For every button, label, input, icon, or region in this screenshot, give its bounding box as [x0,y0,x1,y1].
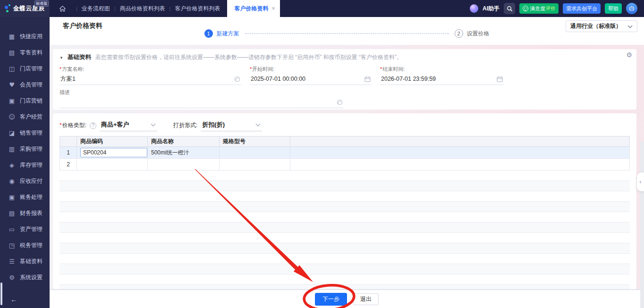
tab-1[interactable]: 商品价格资料列表 [120,5,165,12]
sidebar-item-accounting[interactable]: ▣账务处理 [0,189,50,205]
sidebar-item-member-mgmt[interactable]: ♥会员管理 [0,77,50,93]
sidebar-item-finance-reports[interactable]: ▤财务报表 [0,205,50,221]
product-code-input[interactable] [80,148,147,157]
step-1-label: 新建方案 [217,30,239,38]
edition-badge: 标准版 [34,0,49,7]
sidebar-collapse-arrow[interactable]: ← [10,295,17,303]
discount-form-control: 打折形式: 折扣(折) [173,120,262,131]
sidebar-item-label: 应收应付 [20,177,42,185]
sidebar-item-tax-mgmt[interactable]: ◳税务管理 [0,237,50,253]
user-avatar[interactable] [626,3,637,14]
sidebar-item-label: 系统设置 [20,274,42,282]
vertical-scrollbar[interactable] [640,142,644,308]
help-icon[interactable]: ? [90,122,96,129]
home-tab[interactable] [50,0,72,17]
topbar: 金蝶云星辰 标准版 |业务流程图|商品价格资料列表|客户价格资料列表 客户价格资… [0,0,644,17]
multilingual-icon[interactable] [234,76,240,82]
end-time-value: 2026-07-01 23:59:59 [381,76,436,82]
chevron-down-icon [628,23,633,28]
sidebar-item-retail-data[interactable]: ▤零售资料 [0,44,50,60]
sidebar-item-purchase-mgmt[interactable]: ▥采购管理 [0,141,50,157]
member-mgmt-icon: ♥ [8,81,16,88]
store-marketing-icon: ▣ [8,97,16,104]
close-tab-icon[interactable]: × [272,5,275,12]
tab-0[interactable]: 业务流程图 [82,5,110,12]
ar-ap-icon: ◉ [8,178,16,185]
sidebar-item-store-mgmt[interactable]: ◫门店管理 [0,60,50,77]
start-time-input[interactable]: 2025-07-01 00:00:00 [250,74,372,85]
sales-mgmt-icon: ◪ [8,129,16,137]
ai-assistant-label[interactable]: AI助手 [483,5,500,13]
step-2-set-price: 2 设置价格 [455,29,490,38]
start-time-field: *开始时间: 2025-07-01 00:00:00 [250,66,372,85]
end-time-input[interactable]: 2026-07-01 23:59:59 [380,74,504,85]
product-spec-cell [220,159,290,171]
topbar-tabs: |业务流程图|商品价格资料列表|客户价格资料列表 客户价格资料 × [50,0,280,17]
search-icon [507,6,513,12]
gear-icon[interactable]: ⚙ [626,51,632,59]
next-step-button[interactable]: 下一步 [315,293,347,306]
step-1-circle: 1 [204,29,213,38]
satisfaction-suffix: 评价 [546,5,555,12]
plan-name-field: *方案名称: 方案1 [59,66,241,85]
sidebar-item-inventory-mgmt[interactable]: ◈库存管理 [0,157,50,173]
step-2-circle: 2 [455,29,463,38]
stepper: 1 新建方案 2 设置价格 [50,29,644,38]
product-code-cell [77,147,148,159]
tab-separator: | [110,6,120,11]
section-title: 基础资料 [68,53,91,61]
panel-collapse-tab[interactable]: ‹ [637,172,644,191]
cocreate-button[interactable]: 需求共创平台 [563,3,601,14]
sidebar-item-label: 快捷应用 [20,33,42,41]
table-row: 1500ml统一橙汁 [60,147,630,159]
sidebar-item-asset-mgmt[interactable]: ▭资产管理 [0,221,50,237]
sidebar-item-base-data[interactable]: ☰基础资料 [0,253,50,269]
required-mark: * [250,66,252,72]
sidebar-item-label: 门店营销 [20,97,42,105]
exit-button[interactable]: 退出 [353,293,379,305]
smiley-icon [523,6,528,11]
plan-name-input[interactable]: 方案1 [59,74,241,85]
end-time-label: 结束时间: [382,66,405,72]
sidebar-item-system-settings[interactable]: ⚙系统设置 [0,269,50,285]
chevron-down-icon [151,122,156,127]
calendar-icon[interactable] [497,76,503,82]
sidebar-item-store-marketing[interactable]: ▣门店营销 [0,93,50,109]
tab-customer-price-active[interactable]: 客户价格资料 × [227,0,280,17]
sidebar-item-sales-mgmt[interactable]: ◪销售管理 [0,125,50,141]
column-header: 商品编码 [77,137,148,147]
sidebar: ▦快捷应用▤零售资料◫门店管理♥会员管理▣门店营销☺客户经营◪销售管理▥采购管理… [0,17,50,308]
sidebar-item-label: 零售资料 [20,49,42,57]
footer-bar: 下一步 退出 [50,289,644,308]
sidebar-item-label: 采购管理 [20,145,42,153]
price-type-select[interactable]: 商品+客户 [100,120,157,131]
row-number-cell: 1 [60,147,77,159]
help-button[interactable]: 帮助 [605,3,622,14]
discount-form-select[interactable]: 折扣(折) [201,120,262,131]
step-2-label: 设置价格 [467,30,490,38]
sidebar-item-ar-ap[interactable]: ◉应收应付 [0,173,50,189]
sidebar-item-customer-ops[interactable]: ☺客户经营 [0,109,50,125]
customer-ops-icon: ☺ [8,113,16,120]
sidebar-scrollbar[interactable] [0,282,2,305]
ai-assistant-icon[interactable] [470,4,478,13]
satisfaction-button[interactable]: 满意度 评价 [519,3,559,14]
sidebar-item-quick-apps[interactable]: ▦快捷应用 [0,28,50,44]
multilingual-icon[interactable] [337,99,343,105]
system-settings-icon: ⚙ [8,274,16,281]
search-button[interactable] [504,3,515,14]
calendar-icon[interactable] [364,76,371,82]
logo[interactable]: 金蝶云星辰 标准版 [0,0,50,17]
tab-2[interactable]: 客户价格资料列表 [175,5,220,12]
description-input[interactable] [59,97,344,108]
plan-name-value: 方案1 [60,75,76,83]
table-row: 2 [60,159,630,171]
column-header: 商品名称 [148,137,220,147]
product-code-cell [77,159,148,171]
collapse-caret-icon[interactable]: ▼ [59,56,63,60]
start-time-value: 2025-07-01 00:00:00 [251,76,305,82]
base-data-icon: ☰ [8,258,16,265]
content-area: ⚙ ▼ 基础资料 若您需要按币别设置价格，请前往系统设置——系统参数——进销存参… [50,45,644,289]
filler-header [290,137,630,147]
store-mgmt-icon: ◫ [8,65,16,72]
